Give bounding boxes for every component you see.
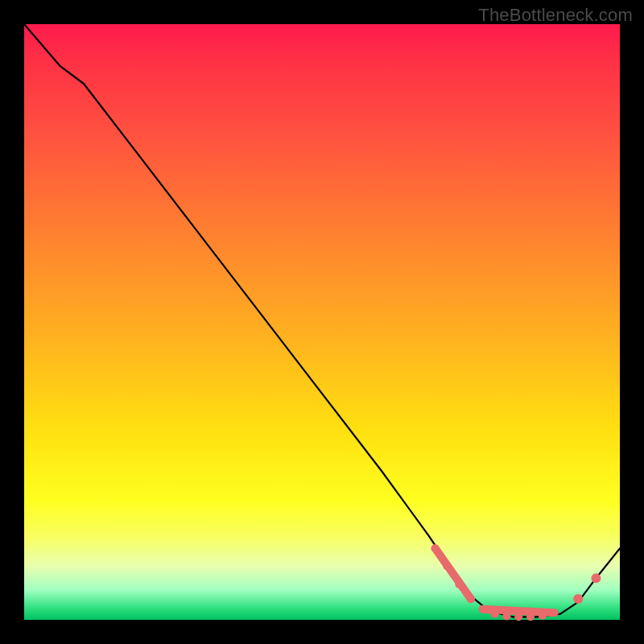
bottleneck-curve-svg [24, 24, 620, 620]
marker-dot [431, 544, 440, 552]
watermark-text: TheBottleneck.com [478, 5, 633, 26]
marker-layer [431, 544, 601, 621]
chart-frame: TheBottleneck.com [0, 0, 644, 644]
plot-area [24, 24, 620, 620]
marker-dot [573, 594, 583, 604]
marker-dot [539, 612, 547, 620]
marker-dot [455, 580, 463, 588]
marker-dot [491, 610, 499, 618]
marker-dot [551, 609, 559, 617]
bottleneck-curve-path [24, 24, 620, 617]
marker-dot [514, 613, 522, 621]
marker-dot [467, 595, 475, 603]
marker-dot [443, 562, 451, 570]
marker-dot [526, 613, 535, 621]
descent-marker-segment [436, 548, 471, 599]
marker-dot [591, 573, 601, 583]
marker-dot [502, 613, 510, 621]
marker-dot [479, 605, 487, 613]
